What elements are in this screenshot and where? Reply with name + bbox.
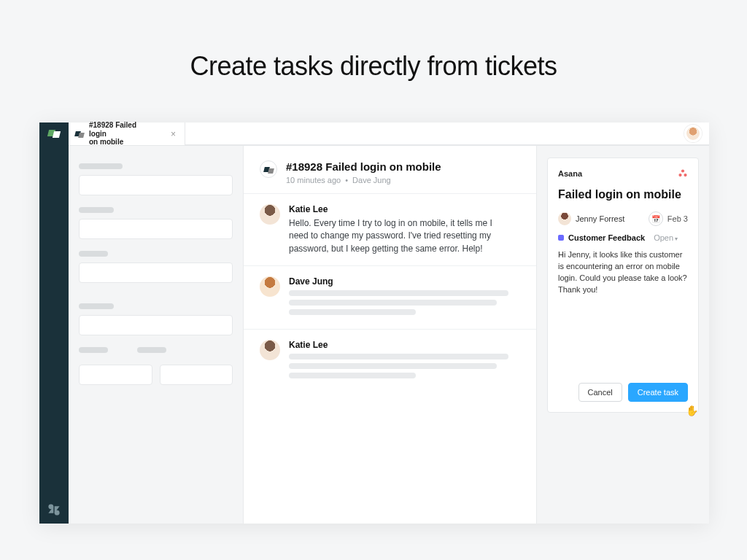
svg-point-2 <box>681 169 684 172</box>
product-logo-icon <box>47 127 61 140</box>
ticket-properties-sidebar <box>69 146 244 524</box>
assignee-field[interactable]: Jenny Forrest <box>558 212 624 225</box>
create-task-button[interactable]: Create task <box>628 383 688 402</box>
placeholder-label <box>79 207 114 213</box>
message: Katie Lee Hello. Every time I try to log… <box>244 193 536 265</box>
placeholder-input[interactable] <box>160 365 233 385</box>
avatar <box>260 340 280 360</box>
placeholder-input[interactable] <box>79 315 233 335</box>
placeholder-label <box>79 347 108 353</box>
ticket-icon <box>74 129 85 139</box>
placeholder-text <box>289 354 508 359</box>
tab-bar: #18928 Failed loginon mobile × <box>69 122 709 146</box>
user-avatar[interactable] <box>684 125 702 142</box>
due-date-field[interactable]: 📅 Feb 3 <box>649 211 688 226</box>
ticket-tab[interactable]: #18928 Failed loginon mobile × <box>69 122 185 145</box>
cancel-button[interactable]: Cancel <box>578 383 622 402</box>
status-dropdown[interactable]: Open <box>654 233 678 242</box>
calendar-icon: 📅 <box>649 211 663 226</box>
message-author: Katie Lee <box>289 204 520 214</box>
project-field[interactable]: Customer Feedback Open <box>558 233 688 242</box>
placeholder-text <box>289 290 508 296</box>
placeholder-text <box>289 309 416 315</box>
assignee-name: Jenny Forrest <box>576 214 624 223</box>
placeholder-input[interactable] <box>79 365 152 385</box>
placeholder-label <box>137 347 166 353</box>
ticket-title: #18928 Failed login on mobile <box>286 160 441 173</box>
app-window: #18928 Failed loginon mobile × <box>39 122 709 524</box>
placeholder-input[interactable] <box>79 219 233 239</box>
message-author: Dave Jung <box>289 276 520 287</box>
placeholder-text <box>289 363 497 369</box>
placeholder-text <box>289 373 416 378</box>
cursor-icon: ✋ <box>686 405 698 416</box>
ticket-icon <box>260 160 277 178</box>
message: Dave Jung <box>244 265 536 329</box>
asana-create-task-card: Asana Failed login on mobile Jenny Forre… <box>547 158 699 413</box>
placeholder-label <box>79 251 108 257</box>
nav-rail <box>39 122 69 524</box>
message: Katie Lee <box>244 329 536 392</box>
placeholder-label <box>79 303 114 309</box>
ticket-meta: 10 minutes ago•Dave Jung <box>286 176 441 184</box>
svg-point-4 <box>684 174 686 176</box>
placeholder-input[interactable] <box>79 262 233 283</box>
placeholder-label <box>79 163 123 169</box>
avatar <box>260 204 280 225</box>
asana-brand-label: Asana <box>558 169 582 178</box>
zendesk-icon <box>47 503 61 516</box>
avatar <box>558 212 571 225</box>
due-date-value: Feb 3 <box>667 214 688 223</box>
avatar <box>260 276 280 297</box>
hero-title: Create tasks directly from tickets <box>0 51 747 82</box>
message-author: Katie Lee <box>289 340 520 350</box>
task-title: Failed login on mobile <box>558 187 688 201</box>
svg-point-3 <box>678 174 681 176</box>
project-color-icon <box>558 235 564 241</box>
message-text: Hello. Every time I try to log in on mob… <box>289 217 508 255</box>
placeholder-input[interactable] <box>79 175 233 195</box>
svg-point-0 <box>48 504 53 509</box>
project-name: Customer Feedback <box>568 233 645 242</box>
asana-logo-icon <box>678 168 688 179</box>
top-bar <box>185 122 709 145</box>
apps-panel: Asana Failed login on mobile Jenny Forre… <box>537 146 709 524</box>
placeholder-text <box>289 300 497 306</box>
tab-label: #18928 Failed loginon mobile <box>89 121 155 147</box>
svg-point-1 <box>55 510 60 516</box>
conversation-panel: #18928 Failed login on mobile 10 minutes… <box>244 146 537 524</box>
tab-close-button[interactable]: × <box>168 129 179 139</box>
task-description: Hi Jenny, it looks like this customer is… <box>558 249 688 296</box>
